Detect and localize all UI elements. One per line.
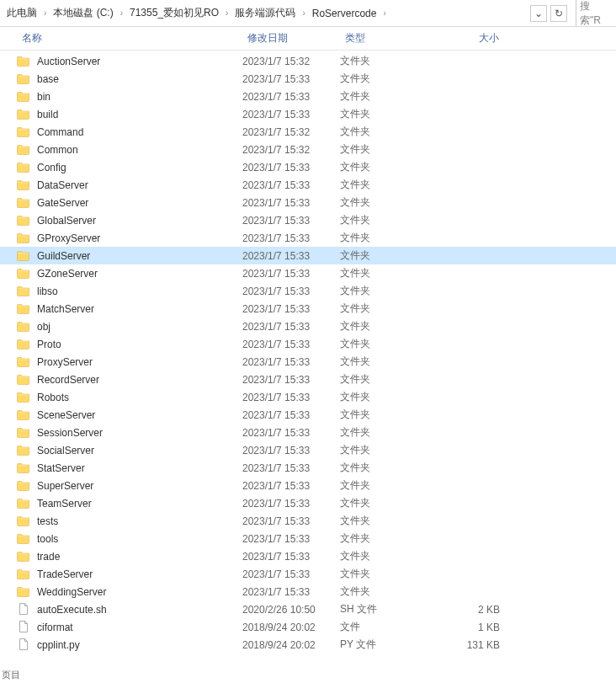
- file-row[interactable]: GProxyServer2023/1/7 15:33文件夹: [0, 229, 616, 247]
- column-header-date[interactable]: 修改日期: [242, 27, 340, 50]
- file-name: tools: [37, 533, 242, 545]
- file-name: StatServer: [37, 462, 242, 474]
- file-row[interactable]: Command2023/1/7 15:32文件夹: [0, 123, 616, 141]
- file-name: SceneServer: [37, 409, 242, 421]
- file-row[interactable]: TradeServer2023/1/7 15:33文件夹: [0, 565, 616, 583]
- column-header-size[interactable]: 大小: [438, 27, 505, 50]
- file-row[interactable]: MatchServer2023/1/7 15:33文件夹: [0, 300, 616, 317]
- file-name: ciformat: [37, 622, 242, 633]
- file-date: 2023/1/7 15:33: [242, 162, 340, 173]
- file-name: trade: [37, 551, 242, 563]
- file-row[interactable]: Robots2023/1/7 15:33文件夹: [0, 388, 616, 406]
- file-row[interactable]: obj2023/1/7 15:33文件夹: [0, 317, 616, 335]
- folder-icon: [17, 284, 32, 299]
- folder-icon: [17, 301, 32, 317]
- file-date: 2023/1/7 15:33: [242, 321, 340, 333]
- file-row[interactable]: GateServer2023/1/7 15:33文件夹: [0, 194, 616, 211]
- file-date: 2023/1/7 15:33: [242, 427, 340, 439]
- file-name: DataServer: [37, 179, 242, 191]
- file-row[interactable]: SceneServer2023/1/7 15:33文件夹: [0, 406, 616, 424]
- file-name: TradeServer: [37, 568, 242, 580]
- refresh-button[interactable]: ↻: [550, 5, 567, 22]
- file-date: 2023/1/7 15:33: [242, 480, 340, 492]
- breadcrumb-item[interactable]: RoServercode: [309, 6, 380, 21]
- file-row[interactable]: ProxyServer2023/1/7 15:33文件夹: [0, 353, 616, 371]
- file-row[interactable]: build2023/1/7 15:33文件夹: [0, 105, 616, 123]
- file-name: SessionServer: [37, 427, 242, 439]
- file-type: 文件夹: [340, 284, 438, 298]
- file-date: 2023/1/7 15:33: [242, 285, 340, 297]
- file-row[interactable]: tools2023/1/7 15:33文件夹: [0, 530, 616, 547]
- file-list: AuctionServer2023/1/7 15:32文件夹base2023/1…: [0, 51, 616, 654]
- file-row[interactable]: StatServer2023/1/7 15:33文件夹: [0, 459, 616, 477]
- file-row[interactable]: base2023/1/7 15:33文件夹: [0, 70, 616, 88]
- file-type: 文件夹: [340, 266, 438, 280]
- file-type: 文件夹: [340, 514, 438, 528]
- chevron-right-icon[interactable]: ›: [119, 8, 125, 18]
- file-row[interactable]: bin2023/1/7 15:33文件夹: [0, 88, 616, 105]
- chevron-right-icon[interactable]: ›: [300, 8, 306, 18]
- breadcrumb-item[interactable]: 本地磁盘 (C:): [50, 4, 116, 22]
- folder-icon: [17, 248, 32, 264]
- file-type: 文件夹: [340, 195, 438, 210]
- file-date: 2023/1/7 15:33: [242, 551, 340, 563]
- file-type: 文件夹: [340, 125, 438, 139]
- file-type: 文件夹: [340, 461, 438, 475]
- file-name: GZoneServer: [37, 268, 242, 280]
- file-name: base: [37, 73, 242, 85]
- folder-icon: [17, 125, 32, 140]
- file-name: Command: [37, 126, 242, 138]
- file-type: 文件夹: [340, 390, 438, 404]
- chevron-right-icon[interactable]: ›: [42, 8, 48, 18]
- file-row[interactable]: autoExecute.sh2020/2/26 10:50SH 文件2 KB: [0, 600, 616, 618]
- file-type: 文件夹: [340, 531, 438, 546]
- file-date: 2023/1/7 15:33: [242, 356, 340, 368]
- file-row[interactable]: GZoneServer2023/1/7 15:33文件夹: [0, 264, 616, 282]
- file-type: 文件夹: [340, 408, 438, 422]
- breadcrumb-item[interactable]: 71355_爱如初见RO: [126, 4, 222, 22]
- file-row[interactable]: RecordServer2023/1/7 15:33文件夹: [0, 371, 616, 388]
- file-date: 2023/1/7 15:33: [242, 586, 340, 598]
- file-name: GuildServer: [37, 250, 242, 262]
- breadcrumb-item[interactable]: 此电脑: [3, 4, 40, 22]
- file-name: RecordServer: [37, 374, 242, 386]
- file-row[interactable]: TeamServer2023/1/7 15:33文件夹: [0, 494, 616, 512]
- file-date: 2023/1/7 15:33: [242, 533, 340, 545]
- file-date: 2023/1/7 15:33: [242, 232, 340, 244]
- file-row[interactable]: Config2023/1/7 15:33文件夹: [0, 158, 616, 176]
- file-row[interactable]: SessionServer2023/1/7 15:33文件夹: [0, 424, 616, 441]
- folder-icon: [17, 390, 32, 405]
- breadcrumb-item[interactable]: 服务端源代码: [231, 4, 299, 22]
- file-name: SocialServer: [37, 445, 242, 456]
- file-row[interactable]: SuperServer2023/1/7 15:33文件夹: [0, 477, 616, 494]
- chevron-right-icon[interactable]: ›: [224, 8, 230, 18]
- file-row[interactable]: WeddingServer2023/1/7 15:33文件夹: [0, 583, 616, 600]
- file-row[interactable]: DataServer2023/1/7 15:33文件夹: [0, 176, 616, 194]
- file-row[interactable]: Proto2023/1/7 15:33文件夹: [0, 335, 616, 353]
- file-type: PY 文件: [340, 638, 438, 652]
- file-date: 2023/1/7 15:33: [242, 250, 340, 262]
- file-row[interactable]: libso2023/1/7 15:33文件夹: [0, 282, 616, 300]
- file-type: 文件夹: [340, 301, 438, 316]
- file-name: autoExecute.sh: [37, 604, 242, 616]
- file-name: AuctionServer: [37, 56, 242, 67]
- search-input[interactable]: 搜索"R: [576, 0, 613, 26]
- column-header-type[interactable]: 类型: [340, 27, 438, 50]
- file-row[interactable]: GlobalServer2023/1/7 15:33文件夹: [0, 211, 616, 229]
- file-type: 文件夹: [340, 567, 438, 581]
- file-row[interactable]: AuctionServer2023/1/7 15:32文件夹: [0, 52, 616, 70]
- file-row[interactable]: cpplint.py2018/9/24 20:02PY 文件131 KB: [0, 636, 616, 654]
- file-row[interactable]: GuildServer2023/1/7 15:33文件夹: [0, 247, 616, 264]
- file-row[interactable]: trade2023/1/7 15:33文件夹: [0, 547, 616, 565]
- folder-icon: [17, 514, 32, 529]
- file-row[interactable]: SocialServer2023/1/7 15:33文件夹: [0, 441, 616, 459]
- file-row[interactable]: Common2023/1/7 15:32文件夹: [0, 141, 616, 158]
- file-size: 131 KB: [438, 639, 500, 651]
- column-header-name[interactable]: 名称: [17, 27, 242, 50]
- file-name: Config: [37, 162, 242, 173]
- history-dropdown-button[interactable]: ⌄: [530, 5, 547, 22]
- chevron-right-icon[interactable]: ›: [381, 8, 387, 18]
- status-bar: 页目: [0, 667, 22, 683]
- file-row[interactable]: ciformat2018/9/24 20:02文件1 KB: [0, 618, 616, 636]
- file-row[interactable]: tests2023/1/7 15:33文件夹: [0, 512, 616, 530]
